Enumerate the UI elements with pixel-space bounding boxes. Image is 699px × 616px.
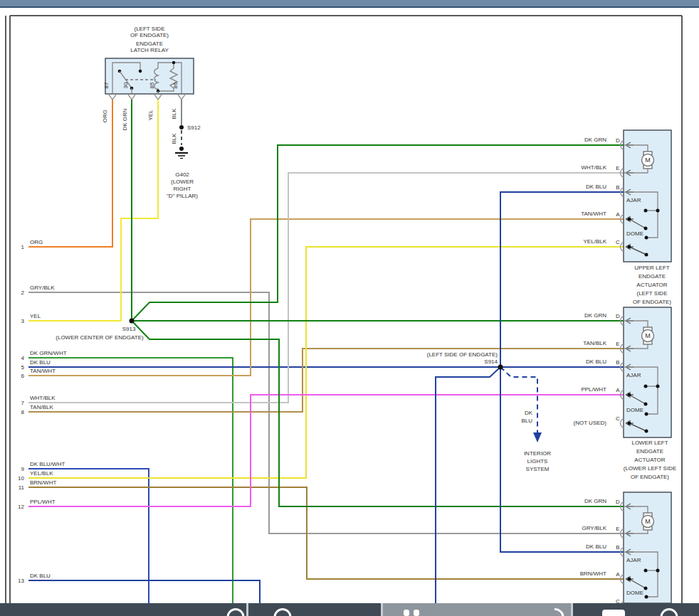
switch-contact-dot <box>644 587 648 590</box>
switch-contact-dot <box>645 236 648 240</box>
dome-label: DOME <box>626 230 643 237</box>
pin-letter: A <box>616 387 620 393</box>
splice-s913-dot <box>130 319 135 324</box>
splice-s912-dot <box>179 125 184 129</box>
wire-number: 1 <box>21 244 25 250</box>
actuator-caption: ENDGATE <box>636 448 663 455</box>
splice-s914-dot <box>498 365 503 370</box>
motor-label: M <box>645 156 651 164</box>
pin-wire-label: (NOT USED) <box>573 420 606 426</box>
page-border <box>10 16 682 603</box>
relay-pin-connector <box>128 95 135 100</box>
splice-s913-label: S913 <box>122 326 136 332</box>
toolbar-button-6[interactable] <box>653 603 685 616</box>
switch-contact-dot <box>656 209 660 213</box>
relay-wire-label: BLK <box>171 108 177 120</box>
wire-number: 6 <box>21 373 25 379</box>
toolbar-button-1[interactable] <box>220 603 251 616</box>
wire-name-label: YEL <box>30 313 41 319</box>
relay-name-label: LATCH RELAY <box>130 47 169 53</box>
pin-letter: D <box>616 499 620 505</box>
wire-name-label: WHT/BLK <box>30 395 56 401</box>
dome-label: DOME <box>626 407 643 413</box>
relay-name-label: ENDGATE <box>136 41 163 47</box>
toolbar-button-5[interactable] <box>598 603 629 616</box>
pin-wire-label: DK GRN <box>584 312 606 319</box>
ground-dot <box>179 147 184 151</box>
wire-number: 11 <box>19 484 25 491</box>
relay-pin-number: 30 <box>122 82 129 88</box>
wire-name-label: BRN/WHT <box>30 479 56 486</box>
switch-contact-dot <box>645 430 648 433</box>
motor-label: M <box>645 332 651 339</box>
pin-wire-label: TAN/BLK <box>583 340 606 346</box>
wire-blk-label: BLK <box>171 133 177 144</box>
pin-wire-label: GRY/BLK <box>582 525 606 531</box>
ajar-label: AJAR <box>626 372 641 378</box>
switch-contact-dot <box>656 569 660 573</box>
wire-number: 9 <box>21 466 25 472</box>
switch-contact-dot <box>644 403 648 406</box>
pin-letter: C <box>616 239 620 245</box>
pin-letter: E <box>616 165 619 171</box>
wire-number: 5 <box>21 364 25 371</box>
toolbar-button-4[interactable] <box>540 603 571 616</box>
switch-pivot-dot <box>628 422 631 425</box>
relay-contact-dot <box>139 70 142 73</box>
wire-name-label: PPL/WHT <box>30 499 56 505</box>
refresh-icon <box>542 605 567 616</box>
wire-number: 7 <box>21 400 25 406</box>
switch-pivot-dot <box>628 578 631 581</box>
pin-wire-label: PPL/WHT <box>581 386 606 393</box>
wire-number: 4 <box>21 355 25 361</box>
ground-g402-location: (LOWER <box>171 179 194 185</box>
wire-number: 12 <box>18 504 24 510</box>
wire-name-label: TAN/WHT <box>30 368 56 374</box>
pin-wire-label: YEL/BLK <box>584 238 607 245</box>
card-icon <box>602 610 625 616</box>
switch-pivot-dot <box>628 218 631 221</box>
relay-junction-dot <box>172 61 175 64</box>
wire-name-label: ORG <box>30 239 43 245</box>
wire-dk-blu-branch-left <box>436 367 500 615</box>
switch-contact-dot <box>644 569 648 573</box>
wire-number: 13 <box>18 578 24 584</box>
relay-wire-label: YEL <box>147 110 154 121</box>
wire-name-label: DK BLU <box>30 359 51 366</box>
grid-dots-icon <box>404 610 419 616</box>
actuator-caption: (LOWER LEFT SIDE <box>624 465 677 472</box>
circle-icon <box>661 608 678 616</box>
wire-number: 10 <box>18 475 24 482</box>
ajar-label: AJAR <box>626 197 641 203</box>
splice-s914-label: S914 <box>484 359 498 365</box>
switch-contact-dot <box>645 413 648 416</box>
actuator-caption: ACTUATOR <box>634 457 665 463</box>
pin-letter: B <box>616 184 619 191</box>
pin-letter: B <box>616 359 619 366</box>
pin-wire-label: DK GRN <box>584 137 606 143</box>
wire-dk-grn-wht <box>28 358 233 615</box>
pin-letter: D <box>616 137 620 144</box>
ajar-label: AJAR <box>626 557 641 563</box>
toolbar-button-2[interactable] <box>267 603 298 616</box>
bottom-toolbar <box>0 603 699 616</box>
splice-s913-location: (LOWER CENTER OF ENDGATE) <box>56 334 144 341</box>
toolbar-segment <box>0 603 246 616</box>
relay-wire-label: ORG <box>102 110 108 122</box>
relay-wire-label: DK GRN <box>122 108 128 130</box>
pin-letter: D <box>616 313 620 319</box>
relay-pin-connector <box>154 95 162 100</box>
window-titlebar <box>0 0 699 8</box>
actuator-caption: (LEFT SIDE <box>637 290 668 297</box>
diagram-canvas: (LEFT SIDEOF ENDGATE)ENDGATELATCH RELAY8… <box>0 0 699 616</box>
interior-wire-label: DK <box>525 410 533 416</box>
actuator-caption: UPPER LEFT <box>634 265 669 271</box>
wire-dk-blu-wht <box>28 469 149 615</box>
interior-wire-label: BLU <box>521 418 532 424</box>
wiring-diagram: (LEFT SIDEOF ENDGATE)ENDGATELATCH RELAY8… <box>0 0 699 616</box>
toolbar-button-3[interactable] <box>396 603 427 616</box>
switch-contact-dot <box>645 253 648 257</box>
wire-number: 2 <box>21 290 25 296</box>
pin-wire-label: WHT/BLK <box>581 164 606 171</box>
splice-s914-location: (LEFT SIDE OF ENDGATE) <box>427 351 498 358</box>
